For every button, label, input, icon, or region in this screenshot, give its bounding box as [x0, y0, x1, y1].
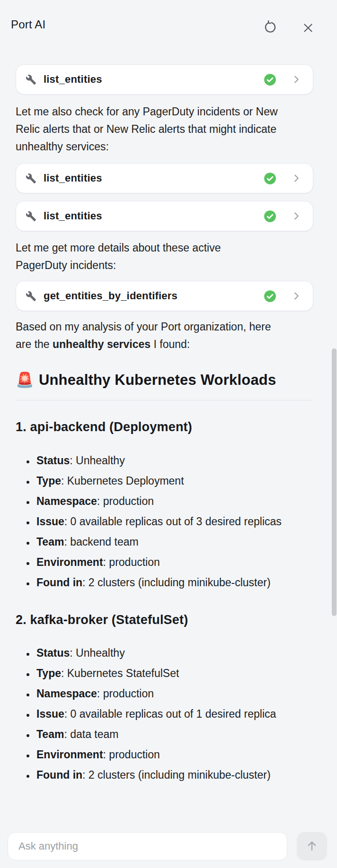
assistant-message: Let me also check for any PagerDuty inci… — [16, 103, 283, 156]
tool-call-chip[interactable]: list_entities — [16, 163, 313, 193]
send-button[interactable] — [297, 832, 327, 860]
wrench-icon — [26, 291, 36, 302]
siren-emoji: 🚨 — [16, 372, 34, 388]
list-item: Environment: production — [35, 746, 300, 764]
section-heading: 2. kafka-broker (StatefulSet) — [16, 610, 313, 629]
tool-call-chip[interactable]: get_entities_by_identifiers — [16, 281, 313, 311]
tool-name-label: list_entities — [44, 210, 264, 222]
report-title-text: Unhealthy Kubernetes Workloads — [39, 372, 276, 388]
ask-anything-input[interactable] — [8, 832, 287, 860]
list-item: Found in: 2 clusters (including minikube… — [35, 574, 300, 591]
tool-name-label: list_entities — [44, 73, 264, 86]
assistant-message: Let me get more details about these acti… — [16, 239, 243, 274]
list-item: Type: Kubernetes StatefulSet — [35, 665, 300, 682]
composer-bar — [8, 832, 329, 860]
list-item: Issue: 0 available replicas out of 1 des… — [35, 705, 300, 723]
wrench-icon — [26, 74, 36, 85]
chevron-right-icon[interactable] — [291, 211, 302, 221]
divider — [16, 400, 313, 400]
scrollbar-thumb[interactable] — [332, 348, 337, 616]
arrow-up-icon — [305, 839, 319, 854]
wrench-icon — [26, 211, 36, 222]
list-item: Type: Kubernetes Deployment — [35, 472, 300, 490]
list-item: Environment: production — [35, 554, 300, 571]
check-circle-icon — [264, 172, 276, 185]
service-detail-list: Status: Unhealthy Type: Kubernetes State… — [16, 644, 313, 784]
service-detail-list: Status: Unhealthy Type: Kubernetes Deplo… — [16, 452, 313, 591]
tool-name-label: get_entities_by_identifiers — [44, 290, 264, 302]
list-item: Issue: 0 available replicas out of 3 des… — [35, 513, 300, 530]
chevron-right-icon[interactable] — [291, 74, 302, 85]
list-item: Found in: 2 clusters (including minikube… — [35, 766, 300, 784]
message-text: I found: — [151, 338, 190, 350]
tool-call-chip[interactable]: list_entities — [16, 201, 313, 231]
report-title: 🚨Unhealthy Kubernetes Workloads — [16, 369, 290, 391]
chat-content: list_entities Let me also check for any … — [0, 0, 337, 787]
section-heading: 1. api-backend (Deployment) — [16, 417, 313, 436]
check-circle-icon — [264, 290, 276, 303]
list-item: Namespace: production — [35, 685, 300, 703]
chevron-right-icon[interactable] — [291, 291, 302, 301]
list-item: Team: backend team — [35, 533, 300, 551]
list-item: Status: Unhealthy — [35, 644, 300, 662]
message-bold-text: unhealthy services — [53, 338, 151, 350]
tool-call-chip[interactable]: list_entities — [16, 64, 313, 95]
check-circle-icon — [264, 210, 276, 223]
list-item: Status: Unhealthy — [35, 452, 300, 469]
chevron-right-icon[interactable] — [291, 173, 302, 183]
assistant-message: Based on my analysis of your Port organi… — [16, 318, 277, 353]
list-item: Team: data team — [35, 726, 300, 743]
wrench-icon — [26, 173, 36, 184]
check-circle-icon — [264, 73, 276, 86]
list-item: Namespace: production — [35, 493, 300, 510]
tool-name-label: list_entities — [44, 172, 264, 184]
